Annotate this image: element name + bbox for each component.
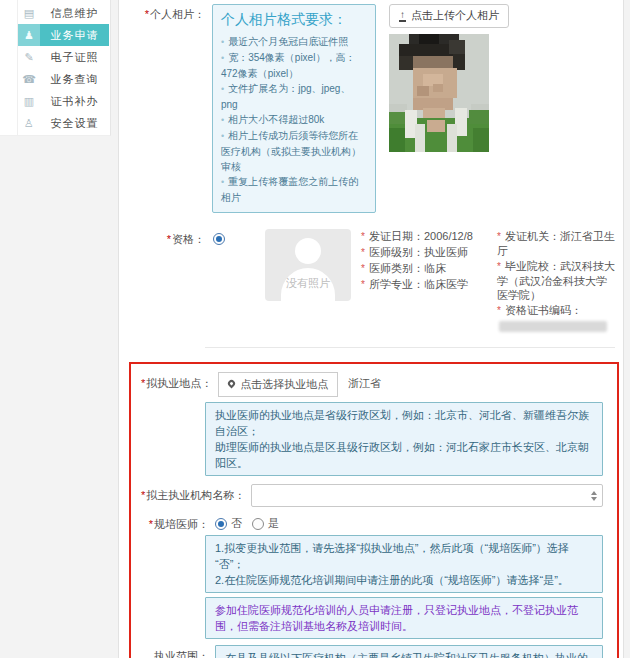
info-line: 执业医师的执业地点是省级行政区划，例如：北京市、河北省、新疆维吾尔族自治区； [215,407,593,439]
headset-icon [18,68,40,90]
training-info-box: 1.拟变更执业范围，请先选择“拟执业地点”，然后此项（“规培医师”）选择“否”；… [205,535,603,593]
photo-requirement-item: 相片上传成功后须等待您所在医疗机构（或拟主要执业机构）审核 [221,128,367,174]
training-radio-group: 否 是 [215,513,279,531]
photo-requirement-item: 宽：354像素（pixel），高：472像素（pixel） [221,50,367,81]
sidebar: 信息维护 业务申请 电子证照 业务查询 证书补办 [0,0,111,136]
registration-highlight-area: *拟执业地点： 点击选择执业地点 浙江省 执业医师的执业地点是省级行政区划，例如… [129,362,619,658]
notebook-icon [18,90,40,112]
practice-location-value: 浙江省 [348,372,381,391]
detail-line: 发证机关：浙江省卫生厅 [497,229,615,258]
sidebar-item-label: 证书补办 [40,94,109,109]
sidebar-item[interactable]: 安全设置 [18,112,109,134]
photo-row: *个人相片： 个人相片格式要求： 最近六个月免冠白底证件照宽：354像素（pix… [119,4,623,213]
sidebar-item-label: 电子证照 [40,50,109,65]
sidebar-item[interactable]: 证书补办 [18,90,109,112]
card-icon [18,2,40,24]
info-line: 助理医师的执业地点是区县级行政区划，例如：河北石家庄市长安区、北京朝阳区。 [215,439,593,471]
photo-requirements-list: 最近六个月免冠白底证件照宽：354像素（pixel），高：472像素（pixel… [221,34,367,205]
radio-icon[interactable] [252,518,264,530]
edit-icon [18,46,40,68]
training-note-box: 参加住院医师规范化培训的人员申请注册，只登记执业地点，不登记执业范围，但需备注培… [205,597,603,639]
practice-location-label: *拟执业地点： [141,372,212,391]
photo-label: *个人相片： [129,4,205,22]
no-photo-text: 没有照片 [265,276,351,291]
upload-icon [399,10,406,22]
section-divider [205,347,615,348]
user-icon [18,24,40,46]
user-gear-icon [18,112,40,134]
detail-line: 医师类别：临床 [361,261,493,276]
sidebar-item[interactable]: 业务查询 [18,68,109,90]
qualification-label: *资格： [129,229,205,247]
scope-row: 执业范围： 在县及县级以下医疗机构（主要是乡镇卫生院和社区卫生服务机构）执业的临… [131,645,611,658]
location-pin-icon [227,379,237,389]
detail-line: 所学专业：临床医学 [361,277,493,292]
practice-location-row: *拟执业地点： 点击选择执业地点 浙江省 [131,372,611,397]
qualification-details-left: 发证日期：2006/12/8医师级别：执业医师医师类别：临床所学专业：临床医学 [361,229,493,293]
detail-line: 医师级别：执业医师 [361,245,493,260]
photo-requirements-title: 个人相片格式要求： [221,11,367,29]
main-org-row: *拟主执业机构名称： [131,484,611,507]
sidebar-item[interactable]: 业务申请 [18,24,109,46]
photo-requirement-item: 相片大小不得超过80k [221,112,367,128]
personal-photo-pixelated [389,34,489,152]
sidebar-item[interactable]: 信息维护 [18,2,109,24]
photo-column: 点击上传个人相片 [389,4,509,152]
sidebar-item-label: 安全设置 [40,116,109,131]
sidebar-menu: 信息维护 业务申请 电子证照 业务查询 证书补办 [18,2,109,134]
choose-location-button[interactable]: 点击选择执业地点 [218,372,338,397]
sidebar-item-label: 业务申请 [40,28,109,43]
sidebar-item-label: 信息维护 [40,6,109,21]
form-panel: *个人相片： 个人相片格式要求： 最近六个月免冠白底证件照宽：354像素（pix… [118,0,624,658]
training-note: 参加住院医师规范化培训的人员申请注册，只登记执业地点，不登记执业范围，但需备注培… [215,602,593,634]
photo-requirement-item: 最近六个月免冠白底证件照 [221,34,367,50]
detail-line: 资格证书编码： [497,303,615,332]
detail-line: 毕业院校：武汉科技大学（武汉冶金科技大学医学院） [497,259,615,302]
scope-info-text: 在县及县级以下医疗机构（主要是乡镇卫生院和社区卫生服务机构）执业的临床医师，从事… [225,650,593,658]
redacted-value [499,321,607,332]
training-radio-option[interactable]: 是 [252,516,279,531]
combobox-spinner-icon[interactable] [591,488,597,504]
scope-info-box: 在县及县级以下医疗机构（主要是乡镇卫生院和社区卫生服务机构）执业的临床医师，从事… [215,645,603,658]
qualification-details-right: 发证机关：浙江省卫生厅毕业院校：武汉科技大学（武汉冶金科技大学医学院）资格证书编… [497,229,623,333]
training-radio-option[interactable]: 否 [215,516,242,531]
main-org-combobox[interactable] [251,484,603,507]
photo-requirement-item: 重复上传将覆盖您之前上传的相片 [221,174,367,205]
detail-line: 发证日期：2006/12/8 [361,229,493,244]
radio-icon[interactable] [215,518,227,530]
info-line: 2.在住院医师规范化培训期间申请注册的此项（“规培医师”）请选择“是”。 [215,572,593,588]
photo-requirements-box: 个人相片格式要求： 最近六个月免冠白底证件照宽：354像素（pixel），高：4… [212,4,376,213]
training-row: *规培医师： 否 是 [131,513,611,532]
sidebar-item-label: 业务查询 [40,72,109,87]
scope-label: 执业范围： [141,645,209,658]
location-info-box: 执业医师的执业地点是省级行政区划，例如：北京市、河北省、新疆维吾尔族自治区；助理… [205,402,603,476]
no-photo-placeholder: 没有照片 [265,229,351,301]
photo-requirement-item: 文件扩展名为：jpg、jpeg、png [221,81,367,112]
info-line: 1.拟变更执业范围，请先选择“拟执业地点”，然后此项（“规培医师”）选择“否”； [215,540,593,572]
qualification-radio[interactable] [213,233,225,245]
main-org-label: *拟主执业机构名称： [141,484,245,503]
sidebar-item[interactable]: 电子证照 [18,46,109,68]
qualification-row: *资格： 没有照片 发证日期：2006/12/8医师级别：执业医师医师类别：临床… [119,229,623,333]
training-label: *规培医师： [141,513,209,532]
upload-photo-button[interactable]: 点击上传个人相片 [389,4,509,28]
